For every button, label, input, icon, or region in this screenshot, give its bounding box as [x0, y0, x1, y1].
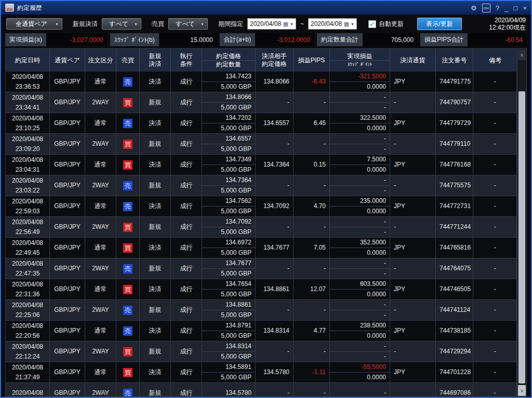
- cell-pips: 4.77: [294, 321, 330, 341]
- cell-pair: GBP/JPY: [50, 72, 85, 92]
- cell-price-qty: 134.7654 5,000 GBP: [202, 279, 256, 299]
- calendar-icon[interactable]: ▦: [344, 21, 349, 28]
- date-from-input[interactable]: 2020/04/08 ▦ ▼: [247, 18, 296, 30]
- table-row[interactable]: 2020/04/08 21:37:49 GBP/JPY 通常 買 決済 成行 1…: [6, 362, 517, 383]
- cell-new-close: 新規: [140, 175, 171, 196]
- table-row[interactable]: 2020/04/08 22:12:24 GBP/JPY 2WAY 買 新規 成行…: [6, 341, 517, 362]
- total-pips-label: 損益PIPS合計: [420, 33, 468, 46]
- currency-pair-dropdown-value: 全通貨ペア: [12, 20, 51, 29]
- titlebar: FX 約定履歴 ⚙ csv ? _ □ ×: [1, 1, 531, 15]
- checkbox-check-icon[interactable]: ✓: [368, 20, 376, 28]
- new-close-dropdown[interactable]: すべて ▼: [102, 18, 141, 30]
- table-row[interactable]: 2020/04/08 22:20:56 GBP/JPY 通常 売 決済 成行 1…: [6, 321, 517, 341]
- cell-side: 買: [116, 279, 140, 299]
- cell-order-type: 2WAY: [85, 92, 116, 113]
- side-badge: 売: [123, 119, 132, 128]
- header-settle-currency: 決済通貨: [390, 49, 436, 72]
- cell-note: -: [473, 92, 517, 113]
- cell-order-number: 744790757: [436, 92, 473, 113]
- table-row[interactable]: 2020/04/08 23:03:22 GBP/JPY 2WAY 売 新規 成行…: [6, 175, 517, 196]
- cell-pips: -: [294, 134, 330, 154]
- cell-order-number: 744771244: [436, 217, 473, 237]
- cell-order-type: 2WAY: [85, 175, 116, 196]
- table-row[interactable]: 2020/04/08 GBP/JPY 2WAY 売 新規 成行 134.5780…: [6, 383, 517, 396]
- cell-new-close: 決済: [140, 321, 171, 341]
- vertical-scrollbar[interactable]: ∧ ∨: [517, 49, 526, 396]
- cell-new-close: 決済: [140, 362, 171, 382]
- table-row[interactable]: 2020/04/08 22:49:45 GBP/JPY 通常 買 決済 成行 1…: [6, 238, 517, 258]
- close-button[interactable]: ×: [523, 5, 527, 11]
- chevron-down-icon[interactable]: ▼: [290, 22, 294, 26]
- cell-settle-currency: -: [390, 217, 436, 237]
- auto-update-checkbox-wrap[interactable]: ✓ 自動更新: [368, 20, 404, 29]
- cell-settle-currency: -: [390, 175, 436, 196]
- header-new-close: 新規 決済: [140, 49, 171, 72]
- cell-new-close: 新規: [140, 134, 171, 154]
- cell-counter-price: -: [256, 134, 294, 154]
- cell-side: 買: [116, 217, 140, 237]
- date-range-separator: ~: [300, 20, 304, 28]
- cell-pair: GBP/JPY: [50, 383, 85, 396]
- settings-icon[interactable]: ⚙: [471, 5, 477, 11]
- table-row[interactable]: 2020/04/08 23:10:25 GBP/JPY 通常 売 決済 成行 1…: [6, 113, 517, 134]
- date-from-value: 2020/04/08: [250, 20, 282, 28]
- table-row[interactable]: 2020/04/08 22:31:36 GBP/JPY 通常 買 決済 成行 1…: [6, 279, 517, 300]
- cell-side: 売: [116, 383, 140, 396]
- scroll-up-icon[interactable]: ∧: [518, 49, 526, 60]
- table-row[interactable]: 2020/04/08 23:34:41 GBP/JPY 2WAY 買 新規 成行…: [6, 92, 517, 113]
- swap-point-value: 15.0000: [159, 33, 217, 46]
- cell-pips: -: [294, 92, 330, 113]
- cell-settle-currency: JPY: [390, 155, 436, 175]
- cell-datetime: 2020/04/08 22:59:03: [6, 196, 50, 216]
- total-qty-value: 705,000: [363, 33, 418, 46]
- date-to-input[interactable]: 2020/04/08 ▦ ▼: [308, 18, 357, 30]
- cell-order-type: 2WAY: [85, 258, 116, 279]
- cell-pair: GBP/JPY: [50, 175, 85, 196]
- scrollbar-thumb[interactable]: [518, 91, 525, 383]
- cell-order-type: 2WAY: [85, 383, 116, 396]
- scroll-down-icon[interactable]: ∨: [518, 385, 526, 396]
- cell-exec-condition: 成行: [171, 134, 202, 154]
- header-price-qty: 約定価格 約定数量: [202, 49, 256, 72]
- help-button[interactable]: ?: [496, 5, 499, 11]
- calendar-icon[interactable]: ▦: [283, 21, 288, 28]
- cell-realized-pl: -55.5000 0.0000: [330, 362, 390, 382]
- cell-pair: GBP/JPY: [50, 321, 85, 341]
- minimize-button[interactable]: _: [504, 5, 508, 11]
- cell-counter-price: 134.7364: [256, 155, 294, 175]
- cell-exec-condition: 成行: [171, 72, 202, 92]
- cell-note: -: [473, 217, 517, 237]
- csv-export-icon[interactable]: csv: [482, 4, 491, 12]
- cell-counter-price: -: [256, 383, 294, 396]
- cell-price-qty: 134.5780: [202, 383, 256, 396]
- cell-settle-currency: JPY: [390, 113, 436, 133]
- cell-counter-price: 134.7092: [256, 196, 294, 216]
- cell-order-number: 744697086: [436, 383, 473, 396]
- cell-note: -: [473, 362, 517, 382]
- chevron-down-icon[interactable]: ▼: [351, 22, 354, 26]
- maximize-button[interactable]: □: [514, 5, 518, 11]
- currency-pair-dropdown[interactable]: 全通貨ペア ▼: [6, 18, 62, 30]
- cell-realized-pl: -: [330, 383, 390, 396]
- side-dropdown[interactable]: すべて ▼: [168, 18, 208, 30]
- cell-order-type: 通常: [85, 321, 116, 341]
- table-row[interactable]: 2020/04/08 23:04:31 GBP/JPY 通常 買 決済 成行 1…: [6, 155, 517, 175]
- table-row[interactable]: 2020/04/08 22:25:06 GBP/JPY 2WAY 売 新規 成行…: [6, 300, 517, 321]
- cell-realized-pl: 7.5000 0.0000: [330, 155, 390, 175]
- cell-order-type: 通常: [85, 362, 116, 382]
- cell-realized-pl: - -: [330, 92, 390, 113]
- refresh-button[interactable]: 表示/更新: [417, 18, 462, 30]
- table-row[interactable]: 2020/04/08 23:09:20 GBP/JPY 2WAY 買 新規 成行…: [6, 134, 517, 155]
- table-row[interactable]: 2020/04/08 22:47:35 GBP/JPY 2WAY 売 新規 成行…: [6, 258, 517, 279]
- cell-order-type: 通常: [85, 155, 116, 175]
- cell-order-number: 744729294: [436, 341, 473, 362]
- cell-exec-condition: 成行: [171, 196, 202, 216]
- table-row[interactable]: 2020/04/08 22:56:49 GBP/JPY 2WAY 買 新規 成行…: [6, 217, 517, 238]
- cell-order-type: 通常: [85, 113, 116, 133]
- table-row[interactable]: 2020/04/08 23:36:53 GBP/JPY 通常 売 決済 成行 1…: [6, 72, 517, 92]
- table-row[interactable]: 2020/04/08 22:59:03 GBP/JPY 通常 売 決済 成行 1…: [6, 196, 517, 217]
- chevron-down-icon: ▼: [55, 22, 59, 26]
- cell-new-close: 新規: [140, 92, 171, 113]
- cell-new-close: 決済: [140, 155, 171, 175]
- cell-datetime: 2020/04/08 21:37:49: [6, 362, 50, 382]
